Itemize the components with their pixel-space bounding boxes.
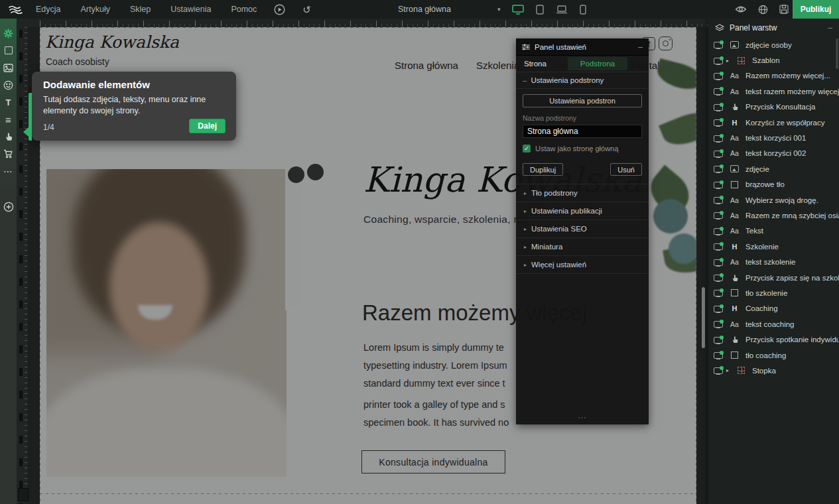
layer-row[interactable]: ▸ Aa H tekst korzyści 001 bbox=[708, 130, 839, 145]
subpage-name-input[interactable] bbox=[523, 125, 642, 138]
menu-tool-icon[interactable]: ≡ bbox=[0, 111, 17, 128]
layer-visibility-icon[interactable] bbox=[714, 258, 724, 267]
homepage-checkbox-row[interactable]: ✓ Ustaw jako stronę główną bbox=[523, 145, 642, 153]
layer-row[interactable]: ▸ Aa H Szkolenie bbox=[708, 239, 839, 254]
layer-visibility-icon[interactable] bbox=[714, 87, 724, 95]
layer-visibility-icon[interactable] bbox=[714, 351, 724, 359]
add-element-icon[interactable] bbox=[0, 198, 17, 216]
layer-row[interactable]: ▸ Aa H tekst korzyści 002 bbox=[708, 146, 839, 161]
layer-visibility-icon[interactable] bbox=[714, 149, 724, 158]
settings-section-row[interactable]: ▸ Więcej ustawień bbox=[516, 256, 649, 274]
menu-item[interactable]: Pomoc bbox=[231, 5, 257, 14]
expand-caret-icon[interactable]: ▸ bbox=[724, 367, 731, 373]
settings-section-row[interactable]: ▸ Ustawienia SEO bbox=[516, 220, 649, 238]
layer-visibility-icon[interactable] bbox=[714, 320, 724, 328]
layer-row[interactable]: ▸ Aa H tło coaching bbox=[708, 347, 839, 363]
box-tool-icon[interactable] bbox=[0, 42, 17, 59]
menu-item[interactable]: Artykuły bbox=[81, 5, 110, 14]
layer-visibility-icon[interactable] bbox=[714, 40, 724, 49]
shop-cart-icon[interactable] bbox=[0, 145, 17, 162]
layer-row[interactable]: ▸ Aa H Przycisk zapisz się na sz bbox=[708, 270, 839, 285]
layer-row[interactable]: ▸ Aa H Razem możemy więcej... bbox=[708, 68, 839, 84]
settings-gear-icon[interactable] bbox=[0, 25, 17, 42]
tooltip-next-button[interactable]: Dalej bbox=[189, 119, 226, 133]
delete-button[interactable]: Usuń bbox=[610, 163, 642, 176]
layer-row[interactable]: ▸ Aa H Stopka bbox=[708, 363, 839, 378]
visible-dot bbox=[720, 351, 724, 355]
layer-visibility-icon[interactable] bbox=[714, 134, 724, 143]
publish-globe-icon[interactable] bbox=[758, 5, 768, 15]
top-toolbar: Edycja Artykuły Sklep Ustawienia Pomoc ↺… bbox=[0, 0, 839, 19]
webwave-logo-icon[interactable] bbox=[4, 5, 27, 14]
layer-visibility-icon[interactable] bbox=[714, 180, 724, 189]
publish-button[interactable]: Publikuj bbox=[793, 0, 839, 19]
layer-row[interactable]: ▸ Aa H tekst coaching bbox=[708, 316, 839, 332]
layer-visibility-icon[interactable] bbox=[714, 273, 724, 282]
layer-row[interactable]: ▸ Aa H Razem ze mną szybciej osi bbox=[708, 208, 839, 223]
expand-caret-icon[interactable]: ▸ bbox=[724, 58, 731, 64]
duplicate-button[interactable]: Duplikuj bbox=[523, 163, 563, 176]
checkbox-checked-icon[interactable]: ✓ bbox=[523, 145, 531, 153]
layer-row[interactable]: ▸ Aa H tekst szkolenie bbox=[708, 254, 839, 269]
preview-play-icon[interactable] bbox=[274, 4, 285, 15]
layers-minimize-icon[interactable]: – bbox=[828, 23, 832, 32]
settings-section-row[interactable]: ▸ Ustawienia publikacji bbox=[516, 202, 649, 220]
layer-visibility-icon[interactable] bbox=[714, 242, 724, 251]
laptop-view-icon[interactable] bbox=[556, 5, 568, 14]
layer-row[interactable]: ▸ Aa H zdjęcie bbox=[708, 161, 839, 176]
tablet-view-icon[interactable] bbox=[536, 5, 544, 15]
layer-visibility-icon[interactable] bbox=[714, 196, 724, 204]
layer-row[interactable]: ▸ Aa H Szablon bbox=[708, 52, 839, 68]
layer-visibility-icon[interactable] bbox=[714, 56, 724, 65]
layer-row[interactable]: ▸ Aa H Przycisk spotkanie indywi bbox=[708, 332, 839, 347]
layer-row[interactable]: ▸ Aa H zdjęcie osoby bbox=[708, 37, 839, 52]
text-tool-icon[interactable]: T bbox=[0, 94, 17, 111]
layer-row[interactable]: ▸ Aa H tekst razem możemy więcej bbox=[708, 84, 839, 99]
menu-item[interactable]: Edycja bbox=[36, 5, 61, 14]
settings-panel-header[interactable]: Panel ustawień – bbox=[516, 38, 649, 56]
desktop-view-icon[interactable] bbox=[512, 5, 524, 15]
layer-row[interactable]: ▸ Aa H Korzyści ze współpracy bbox=[708, 115, 839, 130]
subpages-settings-button[interactable]: Ustawienia podstron bbox=[523, 94, 642, 107]
panel-drag-handle[interactable]: ⋯ bbox=[516, 412, 649, 422]
settings-section-row[interactable]: ▸ Tło podstrony bbox=[516, 184, 649, 202]
chevron-down-icon[interactable]: ▾ bbox=[497, 0, 501, 19]
layer-visibility-icon[interactable] bbox=[714, 366, 724, 375]
canvas-scrollbar[interactable] bbox=[702, 287, 705, 348]
layer-visibility-icon[interactable] bbox=[714, 288, 724, 297]
layer-visibility-icon[interactable] bbox=[714, 304, 724, 313]
save-icon[interactable] bbox=[779, 5, 789, 14]
settings-minimize-icon[interactable]: – bbox=[638, 42, 643, 52]
layer-row[interactable]: ▸ Aa H Tekst bbox=[708, 223, 839, 239]
preview-eye-icon[interactable] bbox=[735, 5, 747, 13]
layer-visibility-icon[interactable] bbox=[714, 164, 724, 173]
layers-scrollbar[interactable] bbox=[836, 38, 838, 69]
section-ustawienia-podstrony[interactable]: – Ustawienia podstrony bbox=[516, 72, 649, 89]
tab-strona[interactable]: Strona bbox=[524, 60, 560, 68]
tab-podstrona[interactable]: Podstrona bbox=[568, 57, 627, 70]
layer-visibility-icon[interactable] bbox=[714, 211, 724, 220]
mobile-view-icon[interactable] bbox=[580, 5, 586, 15]
menu-item[interactable]: Ustawienia bbox=[170, 5, 211, 14]
layer-visibility-icon[interactable] bbox=[714, 118, 724, 127]
layer-visibility-icon[interactable] bbox=[714, 227, 724, 235]
menu-item[interactable]: Sklep bbox=[130, 5, 151, 14]
layer-visibility-icon[interactable] bbox=[714, 336, 724, 344]
hand-tool-icon[interactable] bbox=[0, 128, 17, 145]
ruler-corner-box[interactable] bbox=[18, 488, 29, 501]
layer-row[interactable]: ▸ Aa H Wybierz swoją drogę. bbox=[708, 192, 839, 208]
settings-section-label: Ustawienia publikacji bbox=[531, 207, 602, 215]
layers-panel-header[interactable]: Panel warstw – bbox=[708, 19, 839, 37]
layer-row[interactable]: ▸ Aa H brązowe tło bbox=[708, 177, 839, 192]
settings-section-row[interactable]: ▸ Miniatura bbox=[516, 238, 649, 256]
layer-row[interactable]: ▸ Aa H tło szkolenie bbox=[708, 285, 839, 300]
layer-visibility-icon[interactable] bbox=[714, 103, 724, 111]
layer-visibility-icon[interactable] bbox=[714, 72, 724, 80]
page-selector[interactable]: Strona główna bbox=[398, 0, 451, 19]
layer-row[interactable]: ▸ Aa H Coaching bbox=[708, 301, 839, 316]
emoji-tool-icon[interactable] bbox=[0, 76, 17, 94]
image-tool-icon[interactable] bbox=[0, 59, 17, 76]
layer-row[interactable]: ▸ Aa H Przycisk Konsultacja bbox=[708, 99, 839, 115]
history-icon[interactable]: ↺ bbox=[302, 5, 311, 15]
more-tools-icon[interactable]: ⋯ bbox=[0, 162, 17, 180]
